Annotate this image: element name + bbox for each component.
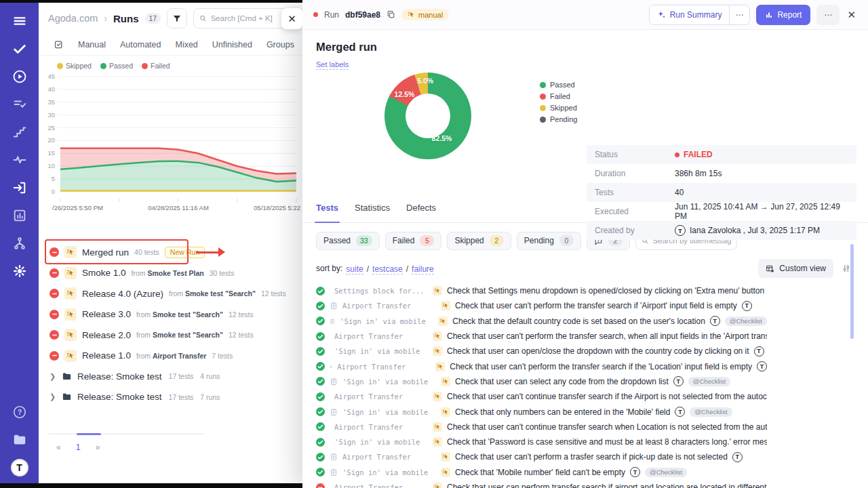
pagination-prev[interactable]: « [56,443,61,452]
bulk-select-icon[interactable] [54,39,64,49]
test-row[interactable]: 'Sign in' via mobile Check that only num… [316,404,767,419]
drawer-more-button[interactable]: ⋯ [816,5,840,25]
run-manual-icon [64,287,77,300]
pagination-next[interactable]: » [96,443,100,452]
user-avatar[interactable]: T [11,459,28,476]
run-folder-item[interactable]: ❯ Release: Smoke test 17 tests 7 runs [50,387,302,408]
drawer-tab-defects[interactable]: Defects [406,203,436,222]
run-list-item[interactable]: Release 4.0 (Azure) from Smoke test "Sea… [50,283,302,304]
run-list-item[interactable]: Release 3.0 from Smoke test "Search" 12 … [50,304,302,325]
test-row[interactable]: 'Sign in' via mobile Check that user can… [316,344,767,359]
test-title[interactable]: Check that 'Password is case sensitive a… [447,437,767,447]
runs-tab-groups[interactable]: Groups [267,40,294,49]
test-row[interactable]: Airport Transfer Check that user can't p… [316,298,767,313]
test-title[interactable]: Check that only numbers can be entered i… [455,407,670,417]
run-name[interactable]: Release 2.0 [82,330,131,340]
drawer-tab-tests[interactable]: Tests [316,203,338,222]
run-summary-more-button[interactable]: ⋯ [729,5,749,24]
test-row[interactable]: Airport Transfer Check that user can per… [316,480,767,488]
test-row[interactable]: 'Sign in' via mobile Check that 'Mobile … [316,465,767,480]
test-row[interactable]: Airport Transfer Check that user can't p… [316,359,767,373]
traceability-branch-icon[interactable] [11,235,28,252]
panel-close-button[interactable]: ✕ [281,8,302,29]
test-title[interactable]: Check that user can't continue transfer … [447,392,767,401]
pagination-page-1[interactable]: 1 [76,443,81,452]
folder-name[interactable]: Release: Smoke test [77,392,162,402]
defects-pulse-icon[interactable] [11,151,28,169]
test-title[interactable]: Check that user can't continue transfer … [447,422,767,432]
filter-button[interactable] [167,8,187,28]
drawer-tab-statistics[interactable]: Statistics [355,203,390,222]
test-title[interactable]: Check that 'Mobile number' field can't b… [455,468,625,477]
filter-count-passed: 33 [356,235,372,246]
filter-chip-passed[interactable]: Passed33 [316,232,380,250]
requirements-list-icon[interactable] [11,96,28,113]
run-list-item[interactable]: Merged run 40 tests New Run [50,242,302,263]
custom-view-button[interactable]: Custom view [758,259,833,278]
run-name[interactable]: Merged run [82,247,129,258]
import-icon[interactable] [11,179,28,197]
test-row[interactable]: 'Sign in' via mobile Check that user can… [316,374,767,389]
runs-search[interactable] [193,8,294,28]
run-list-item[interactable]: Release 2.0 from Smoke test "Search" 12 … [50,325,302,346]
folder-name[interactable]: Release: Smoke test [77,371,162,382]
drawer-close-button[interactable]: ✕ [846,9,857,21]
copy-icon[interactable] [387,10,395,19]
run-summary-button[interactable]: Run Summary [650,5,730,24]
run-name[interactable]: Release 4.0 (Azure) [82,289,163,299]
test-title[interactable]: Check that user can perform transfer sea… [447,483,767,488]
sort-by-suite[interactable]: suite [346,264,363,274]
runs-search-input[interactable] [211,14,288,22]
settings-gear-icon[interactable] [11,262,28,280]
menu-icon[interactable] [11,12,28,30]
test-row[interactable]: Settings block for... Check that Setting… [316,283,767,298]
run-list-item[interactable]: Release 1.0 from Airport Transfer 7 test… [50,346,302,367]
view-settings-sliders-icon[interactable] [842,264,851,273]
run-name[interactable]: Smoke 1.0 [82,268,126,278]
filter-chip-skipped[interactable]: Skipped2 [447,232,511,250]
custom-view-icon [766,264,774,273]
breadcrumb-project[interactable]: Agoda.com [48,13,98,24]
test-title[interactable]: Check that user can't perform the transf… [450,362,752,371]
sort-by-testcase[interactable]: testcase [372,264,403,274]
test-title[interactable]: Check that user can't perform the transf… [447,331,767,341]
test-title[interactable]: Check that Settings menu dropdown is ope… [447,286,767,296]
reports-chart-icon[interactable] [11,207,28,224]
sort-row: sort by: suite/testcase/failure Custom v… [302,250,868,278]
runs-play-icon[interactable] [11,68,28,85]
test-title[interactable]: Check that user can open/close the dropd… [447,346,749,356]
test-title[interactable]: Check that user can't perform a trasfer … [455,452,728,462]
chevron-right-icon[interactable]: ❯ [50,392,56,401]
testcases-check-icon[interactable] [11,40,28,58]
runs-tab-manual[interactable]: Manual [78,40,106,49]
legend-dot [540,117,546,123]
test-title[interactable]: Check that user can select any code from… [455,377,669,386]
runs-tab-unfinished[interactable]: Unfinished [212,40,252,49]
test-title[interactable]: Check that the default country code is s… [452,317,705,326]
test-row[interactable]: Airport Transfer Check that user can't c… [316,389,767,404]
milestones-steps-icon[interactable] [11,123,28,141]
drawer-scrollbar-thumb[interactable] [850,244,854,339]
run-name[interactable]: Release 3.0 [82,309,131,319]
filter-chip-failed[interactable]: Failed5 [385,232,442,250]
pagination-scrollbar[interactable] [48,433,204,434]
run-list-item[interactable]: Smoke 1.0 from Smoke Test Plan 30 tests [50,263,302,284]
run-folder-item[interactable]: ❯ Release: Smoke test 17 tests 4 runs [50,366,302,387]
test-row[interactable]: 'Sign in' via mobile Check that 'Passwor… [316,434,767,449]
set-labels-link[interactable]: Set labels [316,60,349,70]
pagination-scroll-thumb[interactable] [77,433,101,435]
test-row[interactable]: Airport Transfer Check that user can't p… [316,329,767,344]
projects-folder-icon[interactable] [11,431,28,449]
report-button[interactable]: Report [756,5,810,25]
sort-by-failure[interactable]: failure [412,264,434,274]
test-title[interactable]: Check that user can't perform the transf… [455,301,737,310]
test-row[interactable]: 'Sign in' via mobile Check that the defa… [316,314,767,329]
runs-tab-mixed[interactable]: Mixed [175,40,197,49]
runs-tab-automated[interactable]: Automated [120,40,161,49]
chevron-right-icon[interactable]: ❯ [50,372,56,381]
filter-chip-pending[interactable]: Pending0 [517,232,581,250]
help-icon[interactable]: ? [11,403,28,421]
test-row[interactable]: Airport Transfer Check that user can't p… [316,449,767,464]
test-row[interactable]: Airport Transfer Check that user can't c… [316,420,767,434]
run-name[interactable]: Release 1.0 [82,350,131,361]
